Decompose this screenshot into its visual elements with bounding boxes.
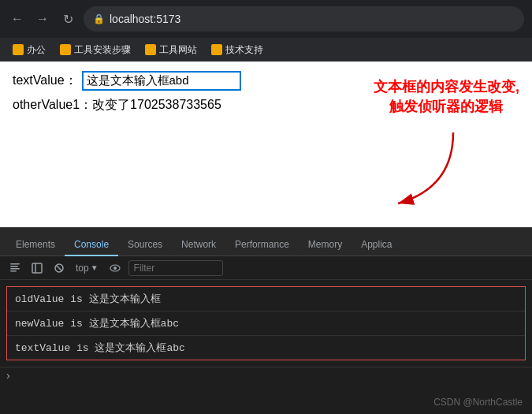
reload-button[interactable]: ↻ bbox=[58, 9, 77, 28]
arrow-overlay bbox=[374, 125, 469, 214]
bookmark-item-4[interactable]: 技术支持 bbox=[205, 41, 270, 59]
bookmark-label-3: 工具网站 bbox=[159, 43, 197, 57]
browser-chrome: ← → ↻ 🔒 localhost:5173 bbox=[0, 0, 532, 38]
filter-input[interactable] bbox=[128, 260, 223, 276]
text-input[interactable] bbox=[82, 71, 241, 91]
other-value-text: otherValue1：改变了1702538733565 bbox=[13, 97, 221, 114]
bookmark-folder-icon bbox=[13, 44, 24, 55]
tab-network[interactable]: Network bbox=[172, 234, 225, 256]
chevron-down-icon: ▼ bbox=[91, 263, 99, 272]
svg-point-10 bbox=[113, 267, 117, 270]
svg-rect-5 bbox=[32, 263, 42, 273]
clear-console-button[interactable] bbox=[6, 259, 24, 277]
bookmarks-bar: 办公 工具安装步骤 工具网站 技术支持 bbox=[0, 38, 532, 62]
devtools-bottom-bar: › bbox=[0, 367, 532, 383]
lock-icon: 🔒 bbox=[93, 13, 105, 24]
address-text: localhost:5173 bbox=[110, 13, 180, 25]
tab-console[interactable]: Console bbox=[65, 234, 118, 256]
console-highlighted-area: oldValue is 这是文本输入框 newValue is 这是文本输入框a… bbox=[6, 286, 526, 360]
bookmark-label-1: 办公 bbox=[27, 43, 46, 57]
prohibit-button[interactable] bbox=[50, 259, 68, 277]
watermark: CSDN @NorthCastle bbox=[433, 397, 523, 408]
tab-memory[interactable]: Memory bbox=[299, 234, 352, 256]
console-line-3: textValue is 这是文本输入框abc bbox=[7, 336, 525, 360]
bookmark-folder-icon-2 bbox=[60, 44, 71, 55]
annotation-text: 文本框的内容发生改变, 触发侦听器的逻辑 bbox=[374, 77, 519, 117]
svg-line-8 bbox=[57, 265, 62, 270]
tab-performance[interactable]: Performance bbox=[225, 234, 299, 256]
bookmark-folder-icon-4 bbox=[211, 44, 222, 55]
annotation-line1: 文本框的内容发生改变, bbox=[374, 77, 519, 97]
page-content: textValue： otherValue1：改变了1702538733565 … bbox=[0, 62, 532, 227]
console-output: oldValue is 这是文本输入框 newValue is 这是文本输入框a… bbox=[0, 280, 532, 367]
bookmark-item-3[interactable]: 工具网站 bbox=[139, 41, 203, 59]
arrow-svg bbox=[374, 125, 469, 211]
back-button[interactable]: ← bbox=[8, 9, 27, 28]
tab-sources[interactable]: Sources bbox=[118, 234, 172, 256]
devtools-panel: Elements Console Sources Network Perform… bbox=[0, 227, 532, 414]
bookmark-item-1[interactable]: 办公 bbox=[6, 41, 52, 59]
tab-application[interactable]: Applica bbox=[352, 234, 401, 256]
tab-elements[interactable]: Elements bbox=[6, 234, 65, 256]
bookmark-label-4: 技术支持 bbox=[225, 43, 263, 57]
bookmark-label-2: 工具安装步骤 bbox=[74, 43, 131, 57]
svg-rect-4 bbox=[10, 270, 17, 272]
devtools-toolbar: top ▼ bbox=[0, 256, 532, 280]
eye-icon-button[interactable] bbox=[106, 259, 124, 277]
annotation-line2: 触发侦听器的逻辑 bbox=[374, 97, 519, 117]
console-line-1: oldValue is 这是文本输入框 bbox=[7, 287, 525, 311]
console-line-2: newValue is 这是文本输入框abc bbox=[7, 311, 525, 336]
toggle-sidebar-button[interactable] bbox=[28, 259, 46, 277]
svg-rect-3 bbox=[10, 268, 20, 270]
svg-rect-2 bbox=[10, 266, 18, 267]
devtools-tabs: Elements Console Sources Network Perform… bbox=[0, 228, 532, 256]
forward-button[interactable]: → bbox=[33, 9, 52, 28]
devtools: Elements Console Sources Network Perform… bbox=[0, 227, 532, 414]
address-bar[interactable]: 🔒 localhost:5173 bbox=[84, 6, 524, 32]
bookmark-item-2[interactable]: 工具安装步骤 bbox=[54, 41, 137, 59]
top-selector[interactable]: top ▼ bbox=[73, 261, 102, 275]
console-prompt-icon: › bbox=[6, 369, 10, 382]
top-label: top bbox=[76, 263, 89, 274]
text-value-label: textValue： bbox=[13, 73, 77, 89]
svg-rect-1 bbox=[10, 263, 20, 265]
bookmark-folder-icon-3 bbox=[145, 44, 156, 55]
